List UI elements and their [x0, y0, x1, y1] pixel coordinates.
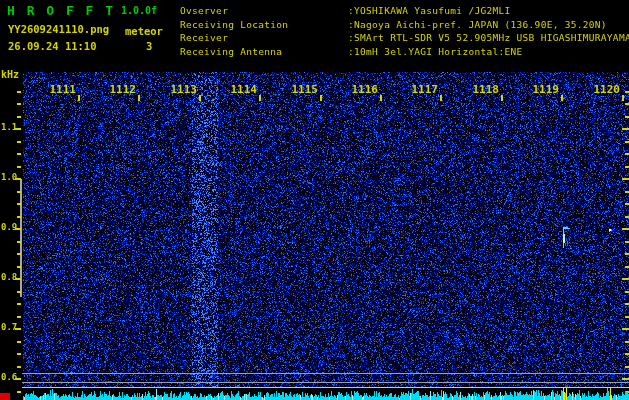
station-row: Receiving LocationNagoya Aichi-pref. JAP…	[180, 18, 629, 32]
station-row-label: Receiving Antenna	[180, 45, 348, 59]
meteor-echo-count: 3	[146, 40, 152, 52]
station-row-value: 10mH 3el.YAGI Horizontal:ENE	[348, 46, 523, 57]
app-version: 1.0.0f	[121, 5, 157, 16]
freq-tick-label: 1.0	[1, 172, 17, 182]
station-row-value: Nagoya Aichi-pref. JAPAN (136.90E, 35.20…	[348, 19, 607, 30]
freq-axis-unit: kHz	[1, 69, 19, 80]
app-title: H R O F F T	[7, 3, 115, 18]
time-tick-label: 1119	[525, 83, 559, 96]
time-tick-label: 1118	[465, 83, 499, 96]
time-tick-label: 1117	[404, 83, 438, 96]
time-tick-label: 1120	[586, 83, 620, 96]
freq-tick-label: 0.6	[1, 372, 17, 382]
station-row-value: SMArt RTL-SDR V5 52.905MHz USB HIGASHIMU…	[348, 32, 629, 43]
freq-tick-label: 1.1	[1, 122, 17, 132]
station-row-value: YOSHIKAWA Yasufumi /JG2MLI	[348, 5, 511, 16]
spectrogram-canvas	[0, 0, 629, 400]
station-row-label: Ovserver	[180, 4, 348, 18]
station-row-label: Receiver	[180, 31, 348, 45]
output-filename: YY2609241110.png	[8, 23, 109, 35]
time-tick-label: 1116	[344, 83, 378, 96]
station-row: ReceiverSMArt RTL-SDR V5 52.905MHz USB H…	[180, 31, 629, 45]
time-tick-label: 1114	[223, 83, 257, 96]
time-tick-label: 1112	[102, 83, 136, 96]
mode-label: meteor	[125, 25, 163, 37]
freq-tick-label: 0.7	[1, 322, 17, 332]
hrofft-window: H R O F F T 1.0.0f YY2609241110.png mete…	[0, 0, 629, 400]
freq-tick-label: 0.8	[1, 272, 17, 282]
time-tick-label: 1115	[284, 83, 318, 96]
capture-datetime: 26.09.24 11:10	[8, 40, 97, 52]
station-row: OvserverYOSHIKAWA Yasufumi /JG2MLI	[180, 4, 629, 18]
station-row-label: Receiving Location	[180, 18, 348, 32]
station-info-block: OvserverYOSHIKAWA Yasufumi /JG2MLIReceiv…	[180, 4, 629, 58]
station-row: Receiving Antenna10mH 3el.YAGI Horizonta…	[180, 45, 629, 59]
time-tick-label: 1113	[163, 83, 197, 96]
time-tick-label: 1111	[42, 83, 76, 96]
freq-tick-label: 0.9	[1, 222, 17, 232]
